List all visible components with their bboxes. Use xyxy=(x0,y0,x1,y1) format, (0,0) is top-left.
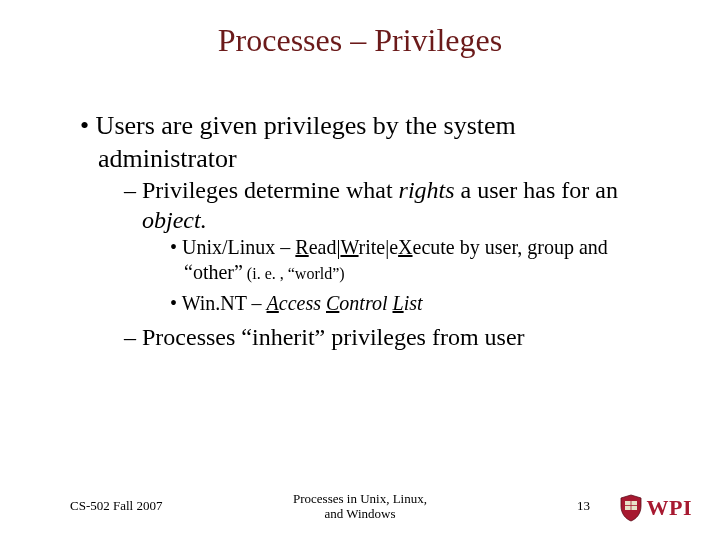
b1a2-l: ist xyxy=(404,292,423,314)
bullet-1: Users are given privileges by the system… xyxy=(80,110,660,352)
b1a1-small: (i. e. , “world”) xyxy=(243,265,345,282)
b1a1-write: rite|e xyxy=(359,236,399,258)
bullet-1-text: Users are given privileges by the system… xyxy=(96,111,516,173)
b1a2-c: ontrol xyxy=(339,292,392,314)
wpi-logo: WPI xyxy=(619,494,693,522)
page-number: 13 xyxy=(577,498,590,514)
b1a1-X: X xyxy=(398,236,412,258)
footer-center-1: Processes in Unix, Linux, xyxy=(293,491,427,506)
b1b-text: Processes “inherit” privileges from user xyxy=(142,324,525,350)
b1a1-read: ead| xyxy=(309,236,341,258)
bullet-1a2: Win.NT – Access Control List xyxy=(170,291,660,316)
b1a1-W: W xyxy=(340,236,358,258)
footer-center-2: and Windows xyxy=(324,506,395,521)
b1a1-pre: Unix/Linux – xyxy=(182,236,295,258)
b1a2-a: ccess xyxy=(279,292,326,314)
slide-title: Processes – Privileges xyxy=(0,22,720,59)
wpi-text: WPI xyxy=(647,495,693,521)
b1a2-C: C xyxy=(326,292,339,314)
b1a-pre: Privileges determine what xyxy=(142,177,399,203)
b1a2-pre: Win.NT – xyxy=(182,292,267,314)
b1a-em2: object. xyxy=(142,207,207,233)
footer-center: Processes in Unix, Linux, and Windows xyxy=(0,492,720,522)
b1a-mid: a user has for an xyxy=(455,177,618,203)
bullet-1a1: Unix/Linux – Read|Write|eXecute by user,… xyxy=(170,235,660,285)
b1a1-R: R xyxy=(295,236,308,258)
b1a2-A: A xyxy=(267,292,279,314)
slide-body: Users are given privileges by the system… xyxy=(80,110,660,358)
bullet-1b: Processes “inherit” privileges from user xyxy=(124,322,660,352)
b1a2-L: L xyxy=(393,292,404,314)
shield-icon xyxy=(619,494,643,522)
b1a-em1: rights xyxy=(399,177,455,203)
bullet-1a: Privileges determine what rights a user … xyxy=(124,175,660,316)
